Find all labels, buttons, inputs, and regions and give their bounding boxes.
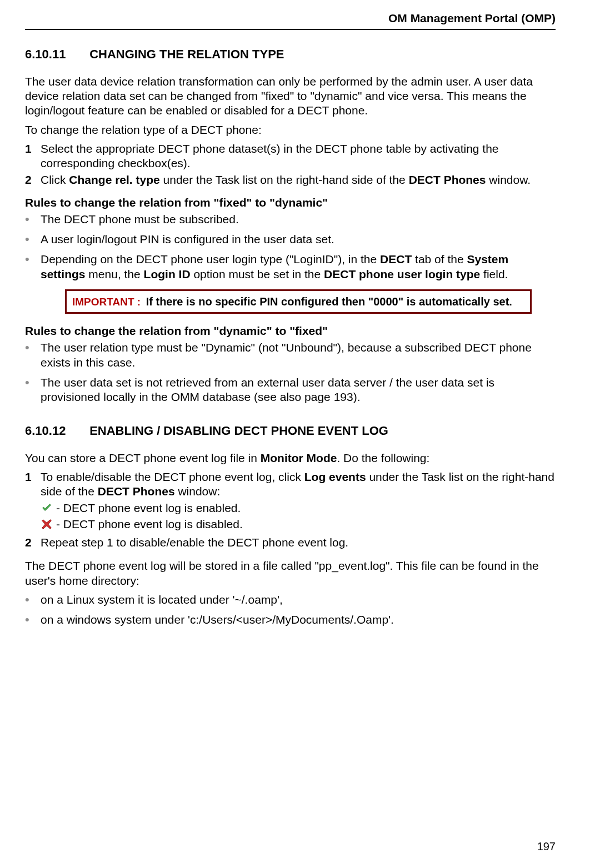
- sub-heading: Rules to change the relation from "fixed…: [25, 195, 556, 210]
- list-body: A user login/logout PIN is configured in…: [41, 232, 556, 247]
- text: option must be set in the: [191, 268, 324, 280]
- list-body: The user relation type must be "Dynamic"…: [41, 340, 556, 370]
- note-text: If there is no specific PIN configured t…: [141, 295, 512, 308]
- text: Click: [41, 173, 69, 186]
- icon-line-disabled: - DECT phone event log is disabled.: [41, 517, 556, 531]
- section-number: 6.10.12: [25, 423, 86, 439]
- section-heading-6-10-11: 6.10.11 CHANGING THE RELATION TYPE: [25, 47, 556, 62]
- check-icon: [41, 502, 53, 514]
- ordered-list: 1 Select the appropriate DECT phone data…: [25, 142, 556, 188]
- text: - DECT phone event log is disabled.: [56, 517, 243, 531]
- section-title: ENABLING / DISABLING DECT PHONE EVENT LO…: [89, 424, 388, 438]
- text-bold: Monitor Mode: [261, 451, 337, 464]
- paragraph: You can store a DECT phone event log fil…: [25, 451, 556, 465]
- list-item: 2 Repeat step 1 to disable/enable the DE…: [25, 535, 556, 550]
- text: field.: [480, 268, 508, 280]
- text-bold: Login ID: [144, 268, 191, 280]
- paragraph: The user data device relation transforma…: [25, 74, 556, 118]
- sub-heading: Rules to change the relation from "dynam…: [25, 324, 556, 338]
- bullet-list: • The user relation type must be "Dynami…: [25, 340, 556, 404]
- text: window:: [175, 485, 221, 498]
- text: - DECT phone event log is enabled.: [56, 501, 241, 515]
- list-item: • The user relation type must be "Dynami…: [25, 340, 556, 370]
- list-body: on a windows system under 'c:/Users/<use…: [41, 613, 556, 627]
- list-body: The user data set is not retrieved from …: [41, 375, 556, 405]
- section-number: 6.10.11: [25, 47, 86, 62]
- text: To enable/disable the DECT phone event l…: [41, 470, 304, 483]
- list-number: 2: [25, 535, 41, 550]
- list-item: • on a windows system under 'c:/Users/<u…: [25, 613, 556, 627]
- text-bold: DECT Phones: [409, 173, 486, 186]
- text: tab of the: [412, 253, 467, 265]
- list-body: Repeat step 1 to disable/enable the DECT…: [41, 535, 556, 550]
- text-bold: DECT Phones: [98, 485, 175, 498]
- ordered-list: 1 To enable/disable the DECT phone event…: [25, 470, 556, 550]
- text: menu, the: [86, 268, 144, 280]
- list-item: 2 Click Change rel. type under the Task …: [25, 173, 556, 187]
- list-body: Select the appropriate DECT phone datase…: [41, 142, 556, 171]
- bullet-icon: •: [25, 593, 41, 607]
- list-item: 1 To enable/disable the DECT phone event…: [25, 470, 556, 533]
- paragraph: The DECT phone event log will be stored …: [25, 559, 556, 588]
- page-number: 197: [537, 840, 556, 854]
- list-body: The DECT phone must be subscribed.: [41, 212, 556, 227]
- section-title: CHANGING THE RELATION TYPE: [89, 47, 284, 61]
- bullet-list: • on a Linux system it is located under …: [25, 593, 556, 628]
- bullet-icon: •: [25, 232, 41, 247]
- text: window.: [486, 173, 531, 186]
- text: . Do the following:: [337, 451, 429, 464]
- bullet-list: • The DECT phone must be subscribed. • A…: [25, 212, 556, 282]
- icon-line-enabled: - DECT phone event log is enabled.: [41, 501, 556, 515]
- bullet-icon: •: [25, 212, 41, 227]
- text-bold: DECT: [380, 253, 412, 265]
- list-body: To enable/disable the DECT phone event l…: [41, 470, 556, 533]
- list-body: on a Linux system it is located under '~…: [41, 593, 556, 607]
- bullet-icon: •: [25, 613, 41, 627]
- list-item: • The DECT phone must be subscribed.: [25, 212, 556, 227]
- page-header: OM Management Portal (OMP): [25, 11, 556, 29]
- list-item: • The user data set is not retrieved fro…: [25, 375, 556, 405]
- list-number: 1: [25, 470, 41, 533]
- list-number: 1: [25, 142, 41, 171]
- text-bold: DECT phone user login type: [324, 268, 480, 280]
- list-item: • on a Linux system it is located under …: [25, 593, 556, 607]
- header-divider: [25, 29, 556, 30]
- list-item: • Depending on the DECT phone user login…: [25, 252, 556, 282]
- text-bold: Log events: [304, 470, 366, 483]
- paragraph: To change the relation type of a DECT ph…: [25, 123, 556, 137]
- bullet-icon: •: [25, 340, 41, 370]
- list-item: • A user login/logout PIN is configured …: [25, 232, 556, 247]
- note-label: IMPORTANT :: [72, 296, 141, 308]
- list-body: Click Change rel. type under the Task li…: [41, 173, 556, 187]
- bullet-icon: •: [25, 252, 41, 282]
- text: Depending on the DECT phone user login t…: [41, 253, 380, 265]
- list-number: 2: [25, 173, 41, 187]
- list-body: Depending on the DECT phone user login t…: [41, 252, 556, 282]
- list-item: 1 Select the appropriate DECT phone data…: [25, 142, 556, 171]
- text: You can store a DECT phone event log fil…: [25, 451, 261, 464]
- important-note-box: IMPORTANT : If there is no specific PIN …: [65, 289, 532, 314]
- section-heading-6-10-12: 6.10.12 ENABLING / DISABLING DECT PHONE …: [25, 423, 556, 439]
- bullet-icon: •: [25, 375, 41, 405]
- text-bold: Change rel. type: [69, 173, 159, 186]
- cross-icon: [41, 518, 53, 530]
- text: under the Task list on the right-hand si…: [160, 173, 409, 186]
